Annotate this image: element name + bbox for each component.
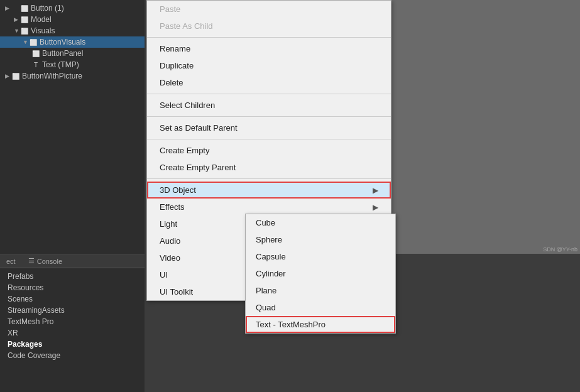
- separator-1: [147, 37, 391, 38]
- project-item-textmeshpro[interactable]: TextMesh Pro: [0, 316, 145, 327]
- menu-item-default-parent[interactable]: Set as Default Parent: [147, 119, 391, 136]
- cube-icon: ⬜: [20, 15, 29, 24]
- project-item-packages[interactable]: Packages: [0, 339, 145, 350]
- menu-item-paste[interactable]: Paste: [147, 1, 391, 18]
- separator-4: [147, 139, 391, 139]
- project-item-xr[interactable]: XR: [0, 327, 145, 339]
- hierarchy-item-buttonpanel[interactable]: ⬜ ButtonPanel: [0, 48, 145, 59]
- cube-icon: ⬜: [11, 72, 20, 80]
- menu-item-effects[interactable]: Effects ▶: [147, 199, 391, 215]
- project-item-resources[interactable]: Resources: [0, 282, 145, 293]
- arrow-icon: ▶: [373, 203, 378, 212]
- hierarchy-item-text-tmp[interactable]: T Text (TMP): [0, 59, 145, 70]
- project-item-prefabs[interactable]: Prefabs: [0, 271, 145, 282]
- cube-icon: ⬜: [29, 38, 38, 46]
- menu-item-paste-as-child[interactable]: Paste As Child: [147, 18, 391, 35]
- project-list: Prefabs Resources Scenes StreamingAssets…: [0, 268, 145, 364]
- separator-3: [147, 116, 391, 117]
- watermark: SDN @YY-nb: [543, 246, 577, 253]
- separator-5: [147, 178, 391, 179]
- project-item-streamingassets[interactable]: StreamingAssets: [0, 305, 145, 316]
- menu-item-create-empty[interactable]: Create Empty: [147, 142, 391, 159]
- menu-item-3d-object[interactable]: 3D Object ▶: [147, 182, 391, 199]
- menu-item-delete[interactable]: Delete: [147, 74, 391, 91]
- cube-icon: ⬜: [20, 4, 29, 13]
- menu-item-rename[interactable]: Rename: [147, 40, 391, 57]
- arrow-icon: ▶: [373, 186, 378, 195]
- hierarchy-item-visuals[interactable]: ▼ ⬜ Visuals: [0, 25, 145, 36]
- submenu-item-cylinder[interactable]: Cylinder: [246, 265, 395, 282]
- console-icon: ☰: [28, 257, 35, 265]
- menu-item-create-empty-parent[interactable]: Create Empty Parent: [147, 159, 391, 176]
- viewport: SDN @YY-nb: [391, 0, 580, 254]
- separator-2: [147, 94, 391, 94]
- submenu-item-capsule[interactable]: Capsule: [246, 248, 395, 265]
- menu-item-select-children[interactable]: Select Children: [147, 97, 391, 114]
- hierarchy-item-buttonvisuals[interactable]: ▼ ⬜ ButtonVisuals: [0, 36, 145, 48]
- tab-bar: ect ☰ Console: [0, 254, 145, 268]
- menu-item-duplicate[interactable]: Duplicate: [147, 57, 391, 74]
- submenu-item-textmeshpro[interactable]: Text - TextMeshPro: [246, 316, 395, 333]
- hierarchy-item-model[interactable]: ▶ ⬜ Model: [0, 14, 145, 25]
- project-item-codecoverage[interactable]: Code Coverage: [0, 350, 145, 361]
- cube-icon: ⬜: [31, 49, 40, 58]
- submenu-item-plane[interactable]: Plane: [246, 282, 395, 299]
- tab-label: ect: [6, 258, 16, 265]
- bottom-panel: ect ☰ Console Prefabs Resources Scenes S…: [0, 254, 145, 392]
- project-item-scenes[interactable]: Scenes: [0, 293, 145, 305]
- submenu-item-sphere[interactable]: Sphere: [246, 231, 395, 248]
- tab-label: Console: [37, 258, 62, 265]
- hierarchy-list: ▶ ⬜ Button (1) ▶ ⬜ Model ▼ ⬜ Visuals ▼ ⬜: [0, 0, 145, 84]
- submenu-item-quad[interactable]: Quad: [246, 299, 395, 316]
- tab-project[interactable]: ect: [0, 254, 22, 268]
- cube-icon: ⬜: [20, 26, 29, 35]
- text-icon: T: [31, 60, 40, 69]
- tab-console[interactable]: ☰ Console: [22, 254, 68, 268]
- hierarchy-item-buttonwithpicture[interactable]: ▶ ⬜ ButtonWithPicture: [0, 70, 145, 82]
- submenu-item-cube[interactable]: Cube: [246, 214, 395, 231]
- submenu-3d-object: Cube Sphere Capsule Cylinder Plane Quad …: [245, 214, 396, 334]
- hierarchy-item-button1[interactable]: ▶ ⬜ Button (1): [0, 3, 145, 14]
